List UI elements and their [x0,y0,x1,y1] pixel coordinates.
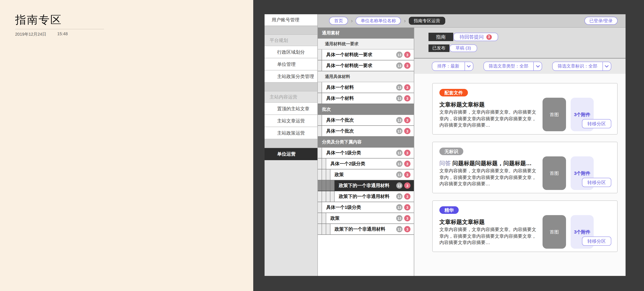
count-badge-red: 3 [404,193,410,200]
filter-dropdown[interactable]: 筛选文章类型：全部 [483,62,542,71]
breadcrumb-item[interactable]: › 单位名称单位名称 [348,17,401,25]
tree-row[interactable]: 具体一个材料统一要求 13 3 [318,50,414,60]
sidebar-item[interactable] [264,139,318,148]
tree-row[interactable]: 政策 13 3 [318,213,414,224]
note-time: 15:48 [57,32,68,37]
sidebar-item-label: 主站政策运营 [277,130,305,136]
tree-row-badges: 13 3 [396,62,410,69]
sidebar-item-label: 单位运营 [277,151,296,157]
tree-row[interactable]: 具体一个批次 13 3 [318,115,414,126]
tree-row[interactable]: 具体一个批次 13 3 [318,126,414,137]
sidebar-item[interactable]: 单位管理 [264,58,318,70]
move-partition-button[interactable]: 转移分区 [582,236,611,246]
chevron-down-icon[interactable] [602,62,611,70]
tab-pending-questions-label: 待回答提问 [460,34,484,40]
sidebar-item-label: 主站文章运营 [277,118,305,124]
tab-pending-questions[interactable]: 待回答提问 3 [453,33,498,41]
note-date: 2019年12月24日 [15,32,46,37]
tree-row-label: 具体一个材料统一要求 [326,62,372,69]
tree-row-label: 具体一个批次 [326,128,354,134]
tree-row[interactable]: 通用材料统一要求 [318,38,414,50]
tree-row[interactable]: 政策 13 3 [318,170,414,180]
tree-row[interactable]: 批次 [318,104,414,115]
screenshot-stage: 指南专区 2019年12月24日 15:48 用户账号管理 平台规划 行政区域划 [0,0,644,291]
tree-row[interactable]: 政策下的一个非通用材料 13 3 [318,191,414,202]
breadcrumb-item[interactable]: 首页 [329,17,348,25]
tree-row[interactable]: 政策下的一个非通用材料 13 3 [318,224,414,235]
tree-row-badges: 13 3 [396,150,410,156]
count-badge-gray: 13 [396,204,402,210]
sidebar-item-label: 行政区域划分 [277,49,305,55]
count-badge-gray: 13 [396,172,402,178]
sidebar-item[interactable]: 主站文章运营 [264,115,318,127]
tree-row[interactable]: 具体一个2级分类 13 3 [318,158,414,170]
tree-row[interactable]: 通用具体材料 [318,71,414,82]
tree-row[interactable]: 具体一个1级分类 13 3 [318,202,414,213]
tree-row-label: 通用材料统一要求 [325,41,358,47]
tree-row-label: 分类及分类下属内容 [322,139,362,145]
article-card: 配套文件 文章标题文章标题 文章内容摘要，文章内容摘要文章。内容摘要文章内，容摘… [432,83,618,134]
filter-dropdown[interactable]: 筛选文章标识：全部 [552,62,611,71]
tree-row[interactable]: 政策下的一个非通用材料 13 3 [318,180,414,191]
sidebar-item[interactable]: 行政区域划分 [264,46,318,58]
tab-published[interactable]: 已发布 [428,44,449,52]
sidebar-item[interactable]: 单位运营 [264,148,318,160]
tab-draft-label: 草稿 (3) [456,45,471,51]
tree-row-label: 批次 [322,106,331,112]
count-badge-red: 3 [404,182,410,189]
tree-row[interactable]: 通用素材 [318,28,414,38]
tab-guide[interactable]: 指南 [428,33,453,41]
sidebar-item-label: 单位管理 [277,61,296,67]
sidebar-item[interactable]: 置顶的主站文章 [264,103,318,115]
secondary-tabs: 已发布 草稿 (3) [428,44,626,52]
note-header: 指南专区 2019年12月24日 15:48 [0,0,253,37]
sidebar-item-label: 平台规划 [270,37,288,44]
sidebar-item[interactable]: 平台规划 [264,35,318,46]
count-badge-gray: 13 [396,95,402,102]
count-badge-gray: 13 [396,62,402,69]
tree-row-badges: 13 3 [396,84,410,90]
sidebar-item[interactable] [264,26,318,35]
chevron-down-icon[interactable] [533,62,542,70]
breadcrumb-pill[interactable]: 单位名称单位名称 [356,17,401,25]
chevron-down-icon[interactable] [464,62,473,70]
tree-row[interactable]: 具体一个材料统一要求 13 3 [318,60,414,71]
count-badge-gray: 13 [396,128,402,134]
tree-row[interactable]: 具体一个材料 13 3 [318,93,414,104]
note-meta: 2019年12月24日 15:48 [15,32,238,37]
breadcrumb-bar: 首页 › 单位名称单位名称 › 指南专区运营 已登录/登录 [318,14,626,28]
chevron-right-icon: › [404,18,406,24]
article-title: 文章标题文章标题 [440,101,540,108]
tree-row-label: 政策下的一个非通用材料 [334,226,385,232]
sidebar-item[interactable]: 用户账号管理 [264,14,318,26]
sidebar-item[interactable] [264,82,318,92]
breadcrumb-pill[interactable]: 首页 [329,17,348,25]
login-button[interactable]: 已登录/登录 [584,17,618,25]
breadcrumb-pill[interactable]: 指南专区运营 [408,17,445,25]
tree-row[interactable]: 具体一个材料 13 3 [318,82,414,93]
count-badge-red: 3 [404,226,410,232]
count-badge-red: 3 [404,160,410,167]
tab-draft[interactable]: 草稿 (3) [449,44,477,52]
sidebar-item[interactable]: 主站政策运营 [264,127,318,139]
tree-row-badges: 13 3 [396,160,410,167]
sidebar-item[interactable]: 主站内容运营 [264,92,318,103]
primary-tabs: 指南 待回答提问 3 [428,33,626,41]
move-partition-button[interactable]: 转移分区 [582,178,611,187]
tree-row[interactable]: 具体一个1级分类 13 3 [318,148,414,158]
breadcrumb-item[interactable]: › 指南专区运营 [401,17,445,25]
article-tag-badge: 配套文件 [440,89,468,96]
tree-row-badges: 13 3 [396,128,410,134]
sidebar-item[interactable]: 主站政策分类管理 [264,70,318,82]
article-summary: 文章内容摘要，文章内容摘要文章。内容摘要文章内，容摘要文章内容摘要文章内容摘要文… [440,109,537,129]
article-tag-badge: 无标识 [440,148,463,155]
filter-dropdown[interactable]: 排序：最新 [432,62,473,71]
tree-row-label: 政策 [330,215,340,222]
tree-row-label: 具体一个2级分类 [330,160,365,167]
tree-row-badges: 13 3 [396,193,410,200]
tree-row[interactable]: 分类及分类下属内容 [318,137,414,148]
mockup-right-region: 首页 › 单位名称单位名称 › 指南专区运营 已登录/登录 [318,14,626,276]
count-badge-gray: 13 [396,226,402,232]
tree-row-label: 具体一个材料 [326,95,354,102]
move-partition-button[interactable]: 转移分区 [582,119,611,128]
